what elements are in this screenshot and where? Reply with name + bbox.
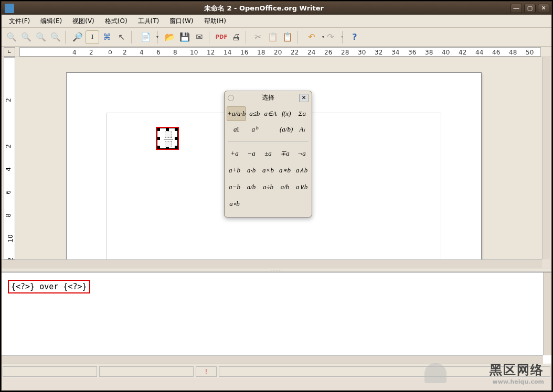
app-icon <box>5 4 14 13</box>
selection-palette[interactable]: 选择 ✕ +a/a·ba≤ba∈Af(x)Σaa⃗aᵇ(a/b)Aᵢ +a−a±… <box>224 91 312 217</box>
palette-category-6[interactable]: aᵇ <box>247 122 262 137</box>
palette-category-1[interactable]: a≤b <box>247 106 262 121</box>
new-doc-button[interactable]: 📄▾ <box>137 30 155 44</box>
palette-category-8[interactable]: (a/b) <box>279 122 294 137</box>
palette-op-9[interactable]: a∧b <box>294 162 310 178</box>
fraction-line <box>164 139 173 139</box>
ruler-tick: 4 <box>72 49 77 56</box>
palette-category-4[interactable]: Σa <box>295 106 310 121</box>
ruler-tick: 2 <box>5 144 12 148</box>
ruler-tick: 26 <box>324 49 332 56</box>
ruler-tick: 14 <box>224 49 231 56</box>
ruler-tick: 8 <box>173 49 177 56</box>
numerator-placeholder <box>165 132 172 138</box>
paste-button[interactable]: 📋 <box>281 30 294 44</box>
palette-op-13[interactable]: a/b <box>277 179 293 195</box>
palette-op-3[interactable]: ∓a <box>277 146 293 161</box>
vertical-ruler[interactable]: 224681012 <box>4 57 15 259</box>
palette-category-9[interactable]: Aᵢ <box>295 122 310 137</box>
ruler-tick: 44 <box>475 49 483 56</box>
formula-editor[interactable]: {<?>} over {<?>} <box>2 272 551 364</box>
watermark-text: 黑区网络 <box>490 362 544 378</box>
zoom-in-button[interactable]: 🔍 <box>5 30 18 44</box>
menu-edit[interactable]: 编辑(E) <box>36 15 66 27</box>
text-cursor-button[interactable]: I <box>86 30 99 44</box>
editor-vertical-scrollbar[interactable] <box>543 273 551 355</box>
copy-button[interactable]: 📋 <box>266 30 280 44</box>
ruler-tick: 8 <box>5 213 12 217</box>
open-button[interactable]: 📂 <box>163 30 177 44</box>
ruler-tick: 6 <box>156 49 161 56</box>
palette-category-5[interactable]: a⃗ <box>227 122 246 137</box>
ruler-tick: 12 <box>207 49 215 56</box>
ruler-tick: 2 <box>123 49 127 56</box>
palette-op-6[interactable]: a·b <box>243 162 259 178</box>
window-title: 未命名 2 - OpenOffice.org Writer <box>17 4 511 13</box>
menu-view[interactable]: 视图(V) <box>68 15 99 27</box>
palette-close-button[interactable]: ✕ <box>299 94 309 102</box>
maximize-button[interactable]: ▢ <box>524 4 536 13</box>
redo-button[interactable]: ↷▾ <box>322 30 339 44</box>
palette-menu-icon[interactable] <box>228 95 234 101</box>
grid-button[interactable]: ⌘ <box>100 30 114 44</box>
palette-category-3[interactable]: f(x) <box>279 106 294 121</box>
status-seg-2 <box>99 366 194 377</box>
palette-op-5[interactable]: a+b <box>227 162 242 178</box>
menu-tools[interactable]: 工具(T) <box>134 15 164 27</box>
ruler-tick: 10 <box>190 49 198 56</box>
ruler-tick: 50 <box>526 49 534 56</box>
formula-object[interactable] <box>156 127 179 150</box>
horizontal-ruler[interactable]: 4224681012141618202224262830323436384042… <box>19 47 541 57</box>
selection-button[interactable]: ↖ <box>115 30 129 44</box>
palette-op-8[interactable]: a∗b <box>277 162 293 178</box>
palette-category-2[interactable]: a∈A <box>263 106 278 121</box>
print-button[interactable]: 🖨 <box>229 30 243 44</box>
status-seg-1 <box>3 366 97 377</box>
status-modified-icon: ! <box>196 366 217 377</box>
close-button[interactable]: ✕ <box>538 4 549 13</box>
menu-format[interactable]: 格式(O) <box>101 15 132 27</box>
palette-op-15[interactable]: a∘b <box>227 196 242 212</box>
palette-op-12[interactable]: a÷b <box>260 179 276 195</box>
formula-cursor-button[interactable]: 🔎 <box>71 30 84 44</box>
denominator-placeholder <box>165 141 172 147</box>
palette-title: 选择 <box>237 93 299 102</box>
ruler-tick: 4 <box>5 167 12 171</box>
cut-button[interactable]: ✂ <box>251 30 265 44</box>
toolbar: 🔍 🔍 🔍 🔍 🔎 I ⌘ ↖ 📄▾ 📂 💾 ✉ PDF 🖨 ✂ 📋 📋 ↶▾ … <box>2 28 551 47</box>
menu-window[interactable]: 窗口(W) <box>165 15 197 27</box>
titlebar: 未命名 2 - OpenOffice.org Writer ― ▢ ✕ <box>2 2 551 15</box>
editor-horizontal-scrollbar[interactable] <box>2 355 543 364</box>
minimize-button[interactable]: ― <box>511 4 522 13</box>
vertical-scrollbar[interactable] <box>542 57 550 259</box>
menu-file[interactable]: 文件(F) <box>5 15 34 27</box>
zoom-fit-button[interactable]: 🔍 <box>49 30 62 44</box>
formula-text[interactable]: {<?>} over {<?>} <box>8 280 90 293</box>
ruler-tick: 2 <box>89 49 93 56</box>
palette-op-11[interactable]: a/b <box>243 179 259 195</box>
palette-op-0[interactable]: +a <box>227 146 242 161</box>
ruler-tick: 24 <box>307 49 315 56</box>
horizontal-scrollbar[interactable] <box>2 259 542 268</box>
menu-help[interactable]: 帮助(H) <box>200 15 230 27</box>
ruler-tick: 12 <box>7 257 14 259</box>
mail-button[interactable]: ✉ <box>193 30 206 44</box>
palette-op-18 <box>277 196 293 212</box>
statusbar: ! <box>2 364 551 378</box>
palette-op-1[interactable]: −a <box>243 146 259 161</box>
palette-op-7[interactable]: a×b <box>260 162 276 178</box>
ruler-tick: 10 <box>7 234 14 242</box>
help-button[interactable]: ? <box>348 30 361 44</box>
pdf-button[interactable]: PDF <box>215 30 228 44</box>
zoom-out-button[interactable]: 🔍 <box>19 30 33 44</box>
pane-splitter[interactable]: · · · · · <box>2 268 551 272</box>
palette-category-7[interactable] <box>263 122 278 137</box>
palette-op-4[interactable]: ¬a <box>294 146 310 161</box>
palette-op-14[interactable]: a∨b <box>294 179 310 195</box>
palette-op-10[interactable]: a−b <box>227 179 242 195</box>
save-button[interactable]: 💾 <box>178 30 192 44</box>
palette-op-2[interactable]: ±a <box>260 146 276 161</box>
zoom-100-button[interactable]: 🔍 <box>34 30 48 44</box>
palette-category-0[interactable]: +a/a·b <box>227 106 246 121</box>
undo-button[interactable]: ↶▾ <box>303 30 321 44</box>
